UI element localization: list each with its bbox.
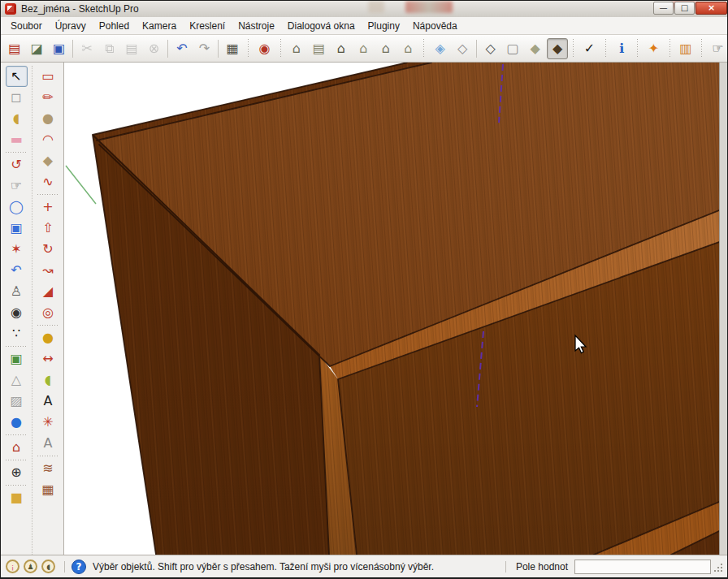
get-models-button[interactable]: ⌂ <box>6 437 28 458</box>
menu-pohled[interactable]: Pohled <box>93 18 136 34</box>
view-front-button[interactable]: ⌂ <box>331 38 351 59</box>
position-camera-button[interactable]: ♙ <box>6 281 28 302</box>
push-pull-button[interactable]: ⇧ <box>37 218 59 239</box>
measurements-input[interactable] <box>574 560 711 574</box>
wireframe-button[interactable]: ◇ <box>480 38 500 59</box>
add-location-button[interactable]: ▣ <box>6 348 28 369</box>
menu-n-pov-da[interactable]: Nápověda <box>406 18 464 34</box>
freehand-button[interactable]: ∿ <box>37 171 59 192</box>
undo-button[interactable]: ↶ <box>171 38 192 59</box>
status-hint-text: Výběr objektů. Shift pro výběr s přesahe… <box>93 561 500 573</box>
axes-button[interactable]: ✳ <box>37 412 59 433</box>
open-button[interactable]: ◪ <box>26 38 46 59</box>
orbit-button[interactable]: ↺ <box>6 154 28 175</box>
plugin-door-button[interactable]: ▥ <box>675 38 696 59</box>
protractor-button[interactable]: ◖ <box>37 369 59 391</box>
maximize-button[interactable]: □ <box>674 2 695 15</box>
shaded-button[interactable]: ◆ <box>525 38 545 59</box>
checkmark-button[interactable]: ✓ <box>579 38 600 59</box>
menu-n-stroje[interactable]: Nástroje <box>232 18 281 34</box>
shaded-with-textures-button[interactable]: ◆ <box>547 38 567 59</box>
view-left-button[interactable]: ⌂ <box>375 38 396 59</box>
close-button[interactable]: × <box>696 2 727 15</box>
redo-button[interactable]: ↷ <box>194 38 214 59</box>
xray-button[interactable]: ◈ <box>430 38 450 59</box>
hidden-line-icon: ▢ <box>507 42 519 55</box>
view-back-button[interactable]: ⌂ <box>398 38 418 59</box>
dimension-icon: ↔ <box>42 352 53 365</box>
plugin-tool-button[interactable]: ✦ <box>644 38 664 59</box>
eraser-button[interactable]: ▬ <box>6 129 28 150</box>
arc-button[interactable]: ◠ <box>37 129 59 150</box>
google-earth-button[interactable]: ● <box>6 412 28 433</box>
viewport-canvas[interactable] <box>64 63 719 555</box>
entity-info-button[interactable]: ℹ <box>611 38 631 59</box>
sketchup-app-icon <box>5 3 16 15</box>
zoom-extents-button[interactable]: ✶ <box>6 239 28 260</box>
tape-measure-button[interactable]: ● <box>37 327 59 348</box>
menu-pluginy[interactable]: Pluginy <box>362 18 406 34</box>
circle-button[interactable]: ● <box>37 108 59 129</box>
polygon-button[interactable]: ◆ <box>37 150 59 171</box>
menu-dialogov-okna[interactable]: Dialogová okna <box>281 18 362 34</box>
menu--pravy[interactable]: Úpravy <box>49 18 93 34</box>
checkmark-icon: ✓ <box>584 42 595 55</box>
menu-soubor[interactable]: Soubor <box>4 18 49 34</box>
resize-grip[interactable] <box>714 562 724 572</box>
text-button[interactable]: A <box>37 391 59 412</box>
title-bar[interactable]: Bez_jména - SketchUp Pro — □ × <box>1 1 728 18</box>
make-component-button[interactable]: ◻ <box>6 87 28 108</box>
sandbox-from-scratch-button[interactable]: ▦ <box>37 479 59 500</box>
new-icon: ▤ <box>8 42 20 55</box>
print-button[interactable]: ▦ <box>222 38 242 59</box>
help-icon[interactable]: ? <box>72 560 86 574</box>
model-info-icon: ◉ <box>258 42 270 55</box>
menu-kreslen-[interactable]: Kreslení <box>183 18 232 34</box>
rotate-button[interactable]: ↻ <box>37 239 59 260</box>
back-edges-button[interactable]: ◇ <box>452 38 472 59</box>
minimize-button[interactable]: — <box>653 2 674 15</box>
photo-textures-icon: ▨ <box>10 395 22 408</box>
hand-tool-button[interactable]: ☞ <box>708 38 728 59</box>
line-button[interactable]: ✏ <box>37 87 59 108</box>
rectangle-button[interactable]: ▭ <box>37 66 59 87</box>
follow-me-button[interactable]: ↝ <box>37 260 59 281</box>
get-current-view-button[interactable]: ■ <box>6 487 28 508</box>
view-right-button[interactable]: ⌂ <box>353 38 374 59</box>
model-viewport[interactable] <box>64 63 719 555</box>
cut-button: ✂ <box>76 38 97 59</box>
pan-icon: ☞ <box>11 179 22 192</box>
move-icon: + <box>42 201 53 214</box>
select-button[interactable]: ↖ <box>6 66 28 87</box>
zoom-window-button[interactable]: ▣ <box>6 218 28 239</box>
3d-text-button[interactable]: A <box>37 433 59 454</box>
sandbox-from-contours-button[interactable]: ≋ <box>37 458 59 479</box>
zoom-button[interactable]: ◯ <box>6 197 28 218</box>
dimension-button[interactable]: ↔ <box>37 348 59 369</box>
paint-bucket-button[interactable]: ◖ <box>6 108 28 129</box>
save-button[interactable]: ▣ <box>49 38 69 59</box>
new-button[interactable]: ▤ <box>4 38 24 59</box>
photo-textures-button[interactable]: ▨ <box>6 391 28 412</box>
zoom-window-icon: ▣ <box>10 222 22 235</box>
credit-status-icon[interactable]: ♟ <box>24 560 37 573</box>
model-info-button[interactable]: ◉ <box>254 38 275 59</box>
3d-text-icon: A <box>44 437 53 450</box>
previous-view-button[interactable]: ↶ <box>6 260 28 281</box>
view-iso-button[interactable]: ⌂ <box>286 38 306 59</box>
entity-info-icon: ℹ <box>619 42 624 55</box>
solar-north-button[interactable]: ⊕ <box>6 462 28 483</box>
geolocation-status-icon[interactable]: ¡ <box>6 560 20 573</box>
menu-kamera[interactable]: Kamera <box>136 18 183 34</box>
scale-button[interactable]: ◢ <box>37 281 59 302</box>
pan-button[interactable]: ☞ <box>6 175 28 197</box>
sign-in-status-icon[interactable]: ◖ <box>41 560 55 573</box>
move-button[interactable]: + <box>37 197 59 218</box>
view-top-button[interactable]: ▤ <box>309 38 329 59</box>
toggle-terrain-button[interactable]: △ <box>6 369 28 391</box>
look-around-button[interactable]: ◉ <box>6 302 28 323</box>
hidden-line-button[interactable]: ▢ <box>502 38 522 59</box>
toolbar-grip <box>604 39 607 58</box>
walk-button[interactable]: ∵ <box>6 323 28 344</box>
offset-button[interactable]: ◎ <box>37 302 59 323</box>
